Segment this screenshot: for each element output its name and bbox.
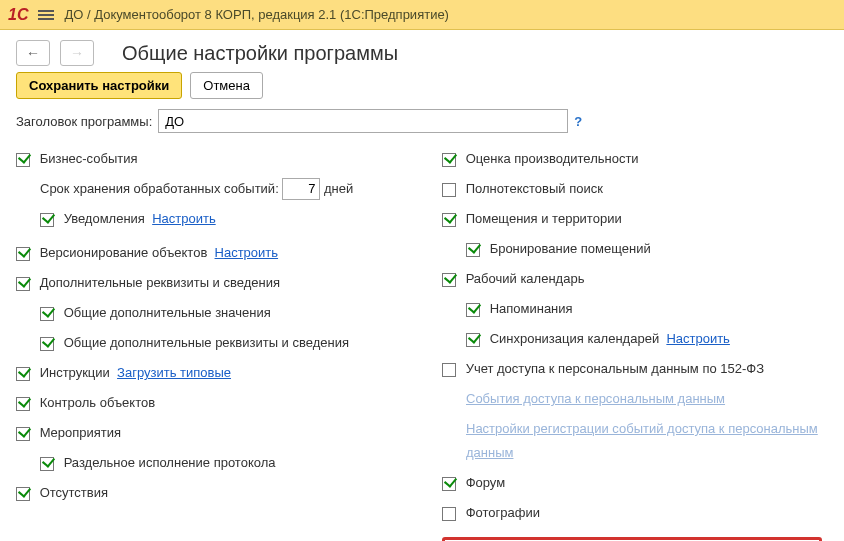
forward-button[interactable]: → (60, 40, 94, 66)
reminders-checkbox[interactable] (466, 303, 480, 317)
absences-checkbox[interactable] (16, 487, 30, 501)
perf-eval-label: Оценка производительности (466, 151, 639, 166)
versioning-checkbox[interactable] (16, 247, 30, 261)
object-control-checkbox[interactable] (16, 397, 30, 411)
business-events-checkbox[interactable] (16, 153, 30, 167)
instructions-checkbox[interactable] (16, 367, 30, 381)
premises-checkbox[interactable] (442, 213, 456, 227)
business-events-label: Бизнес-события (40, 151, 138, 166)
sync-cal-label: Синхронизация календарей (490, 331, 660, 346)
photos-checkbox[interactable] (442, 507, 456, 521)
notifications-label: Уведомления (64, 211, 145, 226)
program-title-label: Заголовок программы: (16, 114, 152, 129)
split-protocol-checkbox[interactable] (40, 457, 54, 471)
program-title-input[interactable] (158, 109, 568, 133)
save-button[interactable]: Сохранить настройки (16, 72, 182, 99)
forum-checkbox[interactable] (442, 477, 456, 491)
pd-access-label: Учет доступа к персональным данным по 15… (466, 361, 764, 376)
highlighted-esignature-group: Электронные подписи Шифрование Настроить (442, 537, 822, 541)
notifications-configure-link[interactable]: Настроить (152, 211, 216, 226)
forum-label: Форум (466, 475, 506, 490)
extra-all-label: Общие дополнительные реквизиты и сведени… (64, 335, 349, 350)
app-logo: 1C (8, 6, 28, 24)
split-protocol-label: Раздельное исполнение протокола (64, 455, 276, 470)
object-control-label: Контроль объектов (40, 395, 155, 410)
calendar-checkbox[interactable] (442, 273, 456, 287)
extra-values-checkbox[interactable] (40, 307, 54, 321)
load-typical-link[interactable]: Загрузить типовые (117, 365, 231, 380)
extra-props-label: Дополнительные реквизиты и сведения (40, 275, 280, 290)
back-button[interactable]: ← (16, 40, 50, 66)
absences-label: Отсутствия (40, 485, 108, 500)
sync-cal-configure-link[interactable]: Настроить (666, 331, 730, 346)
fulltext-label: Полнотекстовый поиск (466, 181, 603, 196)
premises-label: Помещения и территории (466, 211, 622, 226)
versioning-configure-link[interactable]: Настроить (215, 245, 279, 260)
activities-label: Мероприятия (40, 425, 122, 440)
cancel-button[interactable]: Отмена (190, 72, 263, 99)
instructions-label: Инструкции (40, 365, 110, 380)
pd-access-checkbox[interactable] (442, 363, 456, 377)
page-title: Общие настройки программы (122, 42, 398, 65)
booking-label: Бронирование помещений (490, 241, 651, 256)
window-title: ДО / Документооборот 8 КОРП, редакция 2.… (64, 7, 449, 22)
menu-icon[interactable] (38, 10, 54, 20)
perf-eval-checkbox[interactable] (442, 153, 456, 167)
reminders-label: Напоминания (490, 301, 573, 316)
notifications-checkbox[interactable] (40, 213, 54, 227)
extra-all-checkbox[interactable] (40, 337, 54, 351)
retention-label: Срок хранения обработанных событий: (40, 181, 279, 196)
retention-days-input[interactable] (282, 178, 320, 200)
fulltext-checkbox[interactable] (442, 183, 456, 197)
retention-unit: дней (324, 181, 353, 196)
photos-label: Фотографии (466, 505, 540, 520)
help-icon[interactable]: ? (574, 114, 582, 129)
booking-checkbox[interactable] (466, 243, 480, 257)
extra-props-checkbox[interactable] (16, 277, 30, 291)
sync-cal-checkbox[interactable] (466, 333, 480, 347)
extra-values-label: Общие дополнительные значения (64, 305, 271, 320)
pd-reg-settings-link[interactable]: Настройки регистрации событий доступа к … (466, 421, 818, 460)
activities-checkbox[interactable] (16, 427, 30, 441)
versioning-label: Версионирование объектов (40, 245, 208, 260)
calendar-label: Рабочий календарь (466, 271, 585, 286)
pd-events-link[interactable]: События доступа к персональным данным (466, 391, 725, 406)
